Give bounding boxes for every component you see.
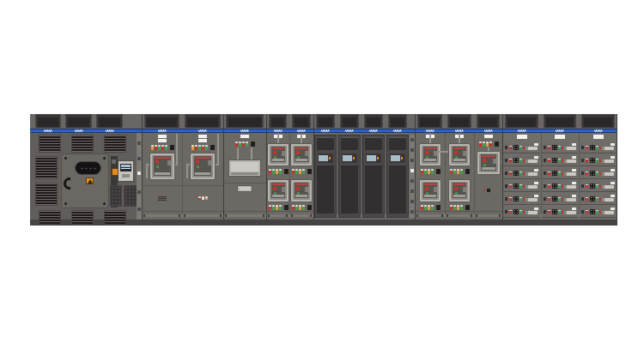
- mcc-drawer: [580, 155, 617, 166]
- drawer-label-tick: [611, 143, 615, 146]
- door-lower-window: [389, 165, 406, 214]
- mcc-drawer: [580, 181, 617, 192]
- indicator-lamp-red-small: [523, 185, 525, 188]
- drawer-label-tick: [572, 169, 576, 172]
- hmi-screen: [343, 155, 352, 161]
- mcc-drawer: [542, 155, 578, 166]
- indicator-lamp-green: [279, 169, 282, 174]
- indicator-lamp-red-small: [562, 185, 563, 188]
- handle-notch: [602, 185, 605, 189]
- indicator-lamp-green: [519, 172, 522, 175]
- indicator-lamp-green: [424, 205, 427, 210]
- indicator-lamp-amber: [299, 205, 301, 210]
- drawer-latch: [544, 184, 546, 188]
- indicator-lamp-red-small: [599, 198, 601, 201]
- rail-latch: [137, 190, 141, 194]
- drawer-control-block: [590, 209, 595, 214]
- drawer-handle: [526, 185, 538, 189]
- handle-notch: [602, 159, 605, 163]
- column-divider: [474, 133, 475, 214]
- drawer-latch: [505, 146, 507, 149]
- bus-run: [501, 161, 501, 163]
- top-compartment: [544, 114, 576, 128]
- drawer-label-tick: [534, 169, 538, 172]
- brand-logo-icon: [321, 129, 331, 132]
- rail-latch-lit: [137, 172, 141, 175]
- vent-grille: [71, 210, 94, 225]
- mcc-drawer: [580, 142, 617, 153]
- top-compartment-window: [228, 117, 261, 127]
- drawer-label-tick: [572, 182, 576, 184]
- bus-riser: [429, 134, 431, 143]
- indicator-lamp-green: [558, 146, 561, 149]
- indicator-lamp-white: [202, 196, 204, 200]
- top-compartment: [417, 114, 442, 128]
- circuit-breaker: [419, 143, 441, 166]
- top-compartment-window: [99, 117, 120, 127]
- indicator-lamp-green: [302, 205, 305, 210]
- controller-door: [386, 135, 409, 218]
- brand-logo-icon: [198, 129, 208, 132]
- circuit-breaker: [290, 143, 313, 166]
- meter-keypad: [122, 174, 130, 178]
- indicator-lamp-red: [155, 145, 157, 150]
- indicator-lamp-green: [205, 145, 208, 150]
- drawer-handle: [526, 147, 538, 150]
- drawer-handle: [602, 185, 614, 189]
- indicator-lamp-red: [198, 196, 201, 200]
- breaker-face: [453, 147, 466, 162]
- top-compartment-window: [271, 117, 284, 127]
- vent-grille: [71, 135, 94, 153]
- top-compartment: [35, 114, 61, 128]
- drawer-label-tick: [611, 182, 615, 184]
- indicator-lamp-red-small: [523, 198, 525, 201]
- controller-door: [338, 135, 361, 218]
- drawer-latch: [581, 197, 584, 201]
- drawer-handle: [526, 172, 538, 176]
- brand-logo-icon: [240, 129, 250, 132]
- drawer-handle: [602, 198, 614, 202]
- mcc-drawer: [503, 181, 540, 192]
- top-compartment-window: [343, 117, 356, 127]
- indicator-lamp-green: [519, 159, 522, 162]
- indicator-lamp-amber: [276, 205, 278, 210]
- handle-notch: [564, 185, 567, 189]
- circuit-breaker: [448, 179, 471, 202]
- door-top-window: [317, 137, 334, 150]
- brand-logo-icon: [273, 129, 283, 132]
- rail-tick: [225, 214, 227, 217]
- breaker-trip-unit: [425, 187, 428, 190]
- indicator-lamp-green: [596, 184, 598, 188]
- handle-notch: [526, 211, 528, 214]
- rail-tick: [476, 214, 477, 217]
- brand-logo-icon: [74, 129, 83, 132]
- nameplate-label: [158, 135, 167, 138]
- indicator-lamp-green: [165, 145, 167, 150]
- breaker-base-strip: [272, 195, 284, 197]
- column-divider: [182, 133, 183, 214]
- door-lower-window: [365, 165, 382, 214]
- bus-riser: [217, 134, 219, 165]
- mcc-drawer: [542, 142, 578, 153]
- drawer-handle: [564, 172, 576, 176]
- strip-window: [112, 159, 116, 164]
- bus-riser: [277, 134, 279, 143]
- selector-switch: [465, 169, 470, 174]
- mcc-drawer: [503, 207, 540, 218]
- rail-latch: [137, 157, 141, 160]
- drawer-latch: [544, 172, 546, 175]
- drawer-label-tick: [534, 156, 538, 159]
- drawer-handle: [602, 211, 614, 214]
- aux-device-box: [237, 185, 252, 192]
- hmi-display: [342, 153, 357, 163]
- brand-logo-icon: [44, 129, 53, 132]
- drawer-label-tick: [611, 208, 615, 210]
- circuit-breaker: [419, 179, 441, 202]
- drawer-latch: [581, 146, 584, 149]
- breaker-rating-band: [453, 184, 465, 185]
- indicator-lamp-amber: [299, 169, 301, 174]
- vent-grille: [104, 135, 126, 153]
- mcc-drawer: [503, 142, 540, 153]
- indicator-lamp-green: [596, 146, 598, 149]
- drawer-latch: [505, 184, 507, 188]
